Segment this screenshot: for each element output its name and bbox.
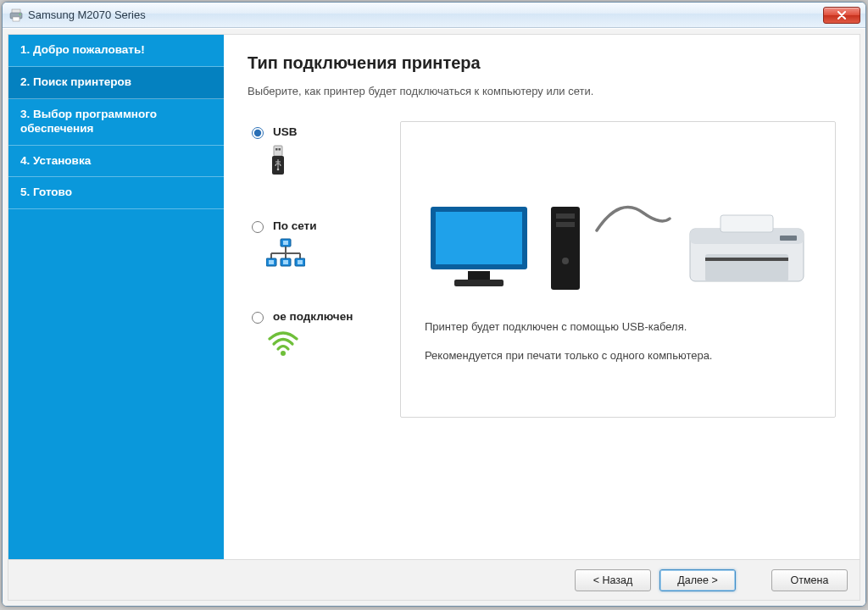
svg-rect-33 bbox=[721, 215, 773, 232]
panel-line-1: Принтер будет подключен с помощью USB-ка… bbox=[425, 319, 811, 336]
radio-network[interactable] bbox=[252, 221, 264, 233]
body-area: 1. Добро пожаловать! 2. Поиск принтеров … bbox=[8, 35, 860, 559]
svg-point-30 bbox=[562, 258, 569, 264]
svg-rect-35 bbox=[705, 258, 788, 261]
close-icon bbox=[837, 11, 847, 19]
svg-rect-36 bbox=[780, 236, 797, 241]
page-subtitle: Выберите, как принтер будет подключаться… bbox=[248, 85, 836, 97]
page-title: Тип подключения принтера bbox=[248, 53, 836, 73]
svg-rect-26 bbox=[454, 280, 504, 286]
sidebar-step-install: 4. Установка bbox=[8, 146, 224, 178]
svg-rect-24 bbox=[436, 212, 522, 264]
network-icon bbox=[266, 238, 400, 272]
usb-illustration bbox=[425, 142, 811, 295]
svg-point-8 bbox=[277, 169, 280, 171]
sidebar-step-welcome: 1. Добро пожаловать! bbox=[8, 35, 224, 67]
usb-icon bbox=[266, 144, 400, 181]
svg-rect-27 bbox=[551, 207, 580, 290]
wizard-sidebar: 1. Добро пожаловать! 2. Поиск принтеров … bbox=[8, 35, 224, 559]
svg-rect-17 bbox=[269, 260, 274, 264]
option-wireless[interactable]: ое подключен bbox=[248, 309, 400, 358]
close-button[interactable] bbox=[823, 7, 860, 24]
client-area: 1. Добро пожаловать! 2. Поиск принтеров … bbox=[3, 28, 865, 606]
option-network-label: По сети bbox=[273, 219, 316, 232]
svg-rect-10 bbox=[283, 241, 288, 245]
window-title: Samsung M2070 Series bbox=[28, 8, 821, 21]
main-content: Тип подключения принтера Выберите, как п… bbox=[224, 35, 860, 559]
svg-rect-28 bbox=[556, 214, 575, 219]
back-button[interactable]: < Назад bbox=[575, 569, 651, 591]
panel-line-2: Рекомендуется при печати только с одного… bbox=[425, 347, 811, 364]
svg-rect-21 bbox=[298, 260, 303, 264]
svg-rect-5 bbox=[275, 148, 278, 151]
wizard-footer: < Назад Далее > Отмена bbox=[8, 559, 860, 600]
svg-rect-25 bbox=[468, 271, 490, 280]
radio-usb[interactable] bbox=[252, 127, 264, 139]
inner-frame: 1. Добро пожаловать! 2. Поиск принтеров … bbox=[8, 34, 860, 601]
svg-rect-19 bbox=[283, 260, 288, 264]
cancel-button[interactable]: Отмена bbox=[771, 569, 848, 591]
option-network[interactable]: По сети bbox=[248, 219, 400, 272]
sidebar-step-software: 3. Выбор программного обеспечения bbox=[8, 99, 224, 146]
option-wireless-label: ое подключен bbox=[273, 310, 353, 323]
svg-rect-6 bbox=[279, 148, 281, 151]
connection-options: USB bbox=[248, 121, 400, 395]
sidebar-step-search: 2. Поиск принтеров bbox=[8, 67, 224, 99]
option-usb-label: USB bbox=[273, 125, 298, 138]
installer-window: Samsung M2070 Series 1. Добро пожаловать… bbox=[2, 2, 866, 607]
option-usb[interactable]: USB bbox=[248, 125, 400, 181]
radio-wireless[interactable] bbox=[252, 312, 264, 324]
next-button[interactable]: Далее > bbox=[659, 569, 736, 591]
svg-point-22 bbox=[281, 351, 286, 356]
titlebar[interactable]: Samsung M2070 Series bbox=[3, 3, 865, 28]
svg-point-3 bbox=[19, 14, 21, 15]
sidebar-step-done: 5. Готово bbox=[8, 177, 224, 209]
description-panel: Принтер будет подключен с помощью USB-ка… bbox=[400, 121, 836, 418]
svg-rect-29 bbox=[556, 222, 575, 227]
wifi-icon bbox=[266, 329, 400, 358]
printer-icon bbox=[9, 8, 23, 22]
svg-rect-2 bbox=[13, 17, 19, 21]
svg-rect-4 bbox=[274, 146, 282, 156]
